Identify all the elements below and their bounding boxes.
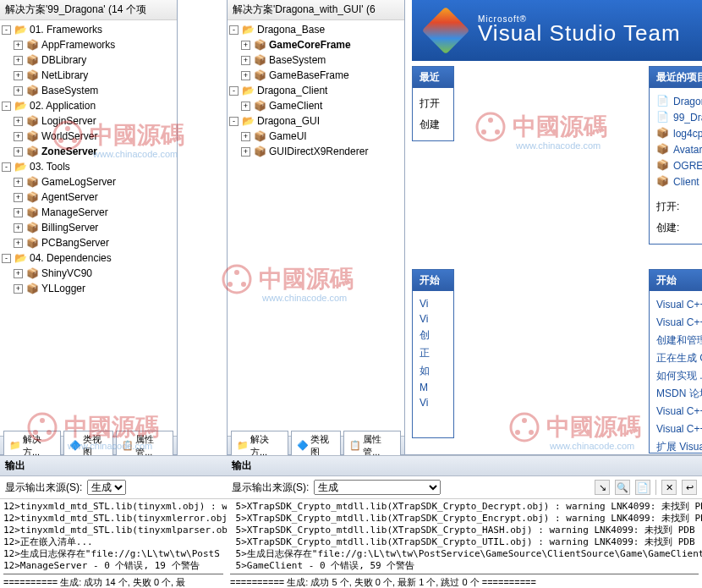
folder-icon: 📂 [241, 84, 255, 97]
start-link-truncated[interactable]: M [420, 380, 447, 395]
recent-project[interactable]: 📦Client [656, 173, 702, 190]
output-find-icon[interactable]: 🔍 [615, 480, 630, 495]
expand-toggle[interactable]: + [241, 71, 250, 80]
start-link-truncated[interactable]: 正 [420, 344, 447, 362]
start-link[interactable]: MSDN 论坛 [656, 385, 702, 403]
tree-item[interactable]: -📂03. Tools [0, 159, 177, 174]
tree-item[interactable]: -📂04. Dependencies [0, 250, 177, 266]
start-link[interactable]: Visual C++ 指导教程 [656, 314, 702, 332]
solution-icon: 📁 [9, 440, 20, 451]
tree-item[interactable]: +📦WorldServer [0, 129, 177, 144]
expand-toggle[interactable]: + [14, 86, 23, 96]
start-link-truncated[interactable]: Vi [420, 395, 447, 410]
recent-project[interactable]: 📦OGRE [656, 157, 702, 173]
output-wrap-icon[interactable]: ↩ [682, 480, 697, 495]
tree-item[interactable]: +📦AppFrameworks [0, 37, 177, 52]
expand-toggle[interactable]: + [14, 178, 23, 187]
project-icon: 📄 [656, 111, 669, 124]
tree-item[interactable]: +📦YLLogger [0, 281, 177, 296]
expand-toggle[interactable]: + [14, 208, 23, 217]
tree-item[interactable]: +📦DBLibrary [0, 52, 177, 68]
tree-item[interactable]: +📦AgentServer [0, 190, 177, 205]
output-clear-icon[interactable]: ✕ [661, 480, 677, 495]
solution-tree-right[interactable]: -📂Dragona_Base+📦GameCoreFrame+📦BaseSyste… [228, 20, 404, 435]
output-goto-icon[interactable]: ↘ [595, 480, 610, 495]
recent-project[interactable]: 📄99_Dragona [656, 109, 702, 125]
tree-item[interactable]: +📦PCBangServer [0, 235, 177, 250]
tree-item[interactable]: +📦ShinyVC90 [0, 266, 177, 281]
tree-item[interactable]: +📦GUIDirectX9Renderer [228, 144, 404, 159]
output-source-select[interactable]: 生成 [314, 480, 441, 495]
expand-toggle[interactable]: + [14, 223, 23, 233]
expand-toggle[interactable]: + [14, 41, 23, 50]
start-link[interactable]: Visual C++ 的新增功能 [656, 296, 702, 314]
expand-toggle[interactable]: + [14, 117, 23, 126]
expand-toggle[interactable]: - [2, 162, 11, 172]
tree-item[interactable]: -📂02. Application [0, 98, 177, 113]
solution-title: 解决方案'99_Dragona' (14 个项 [0, 0, 177, 20]
start-link[interactable]: 扩展 Visual Studio [656, 438, 702, 456]
expand-toggle[interactable]: + [241, 41, 250, 50]
tree-item[interactable]: +📦ZoneServer [0, 144, 177, 159]
expand-toggle[interactable]: + [14, 147, 23, 157]
expand-toggle[interactable]: - [2, 254, 11, 263]
tree-item[interactable]: +📦BaseSystem [228, 52, 404, 68]
tree-item[interactable]: +📦GameBaseFrame [228, 68, 404, 83]
project-icon: 📦 [25, 282, 39, 295]
vs-title: Microsoft® Visual Studio Team [478, 14, 681, 47]
output-text-left[interactable]: 12>tinyxmld_mtd_STL.lib(tinyxml.obj) : w… [0, 499, 227, 588]
start-link[interactable]: 创建和管理 Visual C++ 项目 [656, 332, 702, 349]
recent-header: 最近 [413, 67, 453, 88]
recent-project[interactable]: 📦AvatarServer [656, 141, 702, 157]
project-icon: 📦 [25, 38, 39, 52]
tree-item[interactable]: -📂01. Frameworks [0, 22, 177, 37]
start-link-truncated[interactable]: Vi [420, 296, 447, 311]
tree-item[interactable]: +📦GameUI [228, 129, 404, 144]
output-text-right[interactable]: 5>XTrapSDK_Crypto_mtdll.lib(XTrapSDK_Cry… [227, 499, 702, 588]
tree-item[interactable]: +📦LoginServer [0, 113, 177, 129]
start-link[interactable]: 如何实现 ... ? [656, 367, 702, 385]
tree-item[interactable]: +📦BillingServer [0, 220, 177, 235]
expand-toggle[interactable]: + [14, 71, 23, 80]
expand-toggle[interactable]: + [14, 56, 23, 65]
recent-project[interactable]: 📦log4cplus [656, 125, 702, 141]
expand-toggle[interactable]: - [229, 86, 239, 96]
output-title: 输出 [227, 455, 702, 476]
tree-item[interactable]: +📦GameClient [228, 98, 404, 113]
expand-toggle[interactable]: + [241, 56, 250, 65]
tree-item[interactable]: +📦ManageServer [0, 205, 177, 220]
expand-toggle[interactable]: + [14, 132, 23, 141]
expand-toggle[interactable]: + [241, 102, 250, 111]
solution-title-right: 解决方案'Dragona_with_GUI' (6 [228, 0, 404, 20]
start-link[interactable]: 正在生成 C/C++ 程序 [656, 349, 702, 367]
expand-toggle[interactable]: + [14, 239, 23, 248]
solution-tree-left[interactable]: -📂01. Frameworks+📦AppFrameworks+📦DBLibra… [0, 20, 177, 435]
tree-item[interactable]: -📂Dragona_Base [228, 22, 404, 37]
start-link-truncated[interactable]: 如 [420, 362, 447, 380]
folder-icon: 📂 [14, 23, 27, 36]
recent-project[interactable]: 📄Dragona_with_GUI [656, 93, 702, 109]
expand-toggle[interactable]: + [14, 269, 23, 278]
tree-item[interactable]: +📦NetLibrary [0, 68, 177, 83]
expand-toggle[interactable]: - [2, 102, 11, 111]
expand-toggle[interactable]: - [229, 117, 239, 126]
tree-item[interactable]: +📦GameCoreFrame [228, 37, 404, 52]
recent-projects-panel: 最近的项目 📄Dragona_with_GUI📄99_Dragona📦log4c… [649, 66, 702, 245]
expand-toggle[interactable]: + [241, 132, 250, 141]
expand-toggle[interactable]: + [14, 284, 23, 294]
tree-item[interactable]: -📂Dragona_Client [228, 83, 404, 98]
output-source-select[interactable]: 生成 [87, 480, 126, 495]
start-link[interactable]: Visual C++ 团队博客 [656, 403, 702, 420]
tree-item[interactable]: +📦BaseSystem [0, 83, 177, 98]
expand-toggle[interactable]: - [2, 25, 11, 35]
expand-toggle[interactable]: - [229, 25, 239, 35]
tree-item[interactable]: -📂Dragona_GUI [228, 113, 404, 129]
start-link[interactable]: Visual C++ 开发中心 [656, 420, 702, 438]
output-copy-icon[interactable]: 📄 [635, 480, 650, 495]
start-link-truncated[interactable]: Vi [420, 311, 447, 327]
tree-item[interactable]: +📦GameLogServer [0, 174, 177, 190]
start-link-truncated[interactable]: 创 [420, 327, 447, 344]
expand-toggle[interactable]: + [241, 147, 250, 157]
start-panel-left: 开始 ViVi创正如MVi [412, 269, 454, 438]
expand-toggle[interactable]: + [14, 193, 23, 202]
